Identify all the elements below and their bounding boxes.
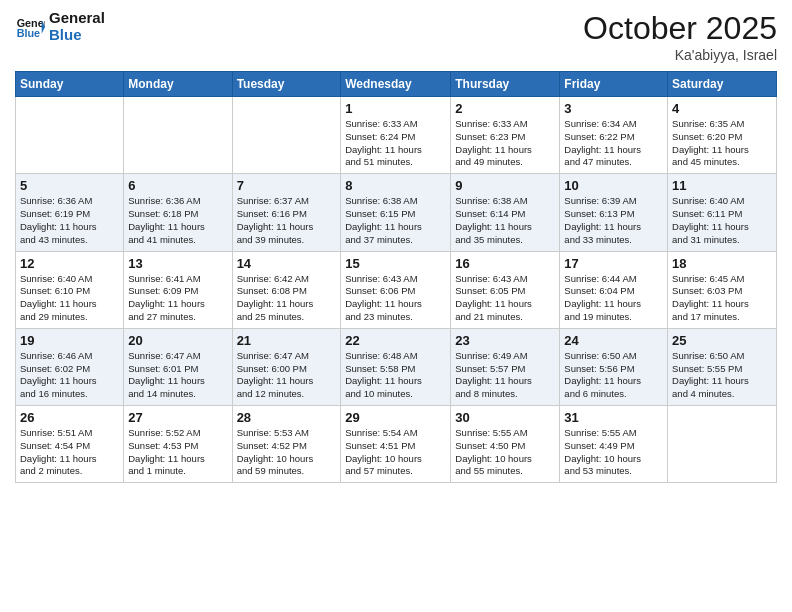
table-row: 25Sunrise: 6:50 AM Sunset: 5:55 PM Dayli… xyxy=(668,328,777,405)
day-info: Sunrise: 6:44 AM Sunset: 6:04 PM Dayligh… xyxy=(564,273,663,324)
day-number: 2 xyxy=(455,101,555,116)
day-number: 17 xyxy=(564,256,663,271)
table-row xyxy=(124,97,232,174)
day-number: 8 xyxy=(345,178,446,193)
day-number: 21 xyxy=(237,333,337,348)
day-info: Sunrise: 6:42 AM Sunset: 6:08 PM Dayligh… xyxy=(237,273,337,324)
day-number: 25 xyxy=(672,333,772,348)
day-info: Sunrise: 6:49 AM Sunset: 5:57 PM Dayligh… xyxy=(455,350,555,401)
table-row: 16Sunrise: 6:43 AM Sunset: 6:05 PM Dayli… xyxy=(451,251,560,328)
table-row: 26Sunrise: 5:51 AM Sunset: 4:54 PM Dayli… xyxy=(16,406,124,483)
calendar-week-row: 12Sunrise: 6:40 AM Sunset: 6:10 PM Dayli… xyxy=(16,251,777,328)
table-row: 18Sunrise: 6:45 AM Sunset: 6:03 PM Dayli… xyxy=(668,251,777,328)
table-row: 27Sunrise: 5:52 AM Sunset: 4:53 PM Dayli… xyxy=(124,406,232,483)
day-number: 31 xyxy=(564,410,663,425)
table-row: 13Sunrise: 6:41 AM Sunset: 6:09 PM Dayli… xyxy=(124,251,232,328)
table-row: 1Sunrise: 6:33 AM Sunset: 6:24 PM Daylig… xyxy=(341,97,451,174)
table-row: 20Sunrise: 6:47 AM Sunset: 6:01 PM Dayli… xyxy=(124,328,232,405)
month-title: October 2025 xyxy=(583,10,777,47)
calendar-week-row: 19Sunrise: 6:46 AM Sunset: 6:02 PM Dayli… xyxy=(16,328,777,405)
calendar-table: SundayMondayTuesdayWednesdayThursdayFrid… xyxy=(15,71,777,483)
day-number: 14 xyxy=(237,256,337,271)
calendar-header-row: SundayMondayTuesdayWednesdayThursdayFrid… xyxy=(16,72,777,97)
calendar-header-monday: Monday xyxy=(124,72,232,97)
day-info: Sunrise: 6:41 AM Sunset: 6:09 PM Dayligh… xyxy=(128,273,227,324)
day-info: Sunrise: 6:39 AM Sunset: 6:13 PM Dayligh… xyxy=(564,195,663,246)
day-number: 1 xyxy=(345,101,446,116)
day-info: Sunrise: 6:33 AM Sunset: 6:23 PM Dayligh… xyxy=(455,118,555,169)
day-number: 13 xyxy=(128,256,227,271)
day-info: Sunrise: 6:33 AM Sunset: 6:24 PM Dayligh… xyxy=(345,118,446,169)
day-info: Sunrise: 6:38 AM Sunset: 6:14 PM Dayligh… xyxy=(455,195,555,246)
calendar-week-row: 1Sunrise: 6:33 AM Sunset: 6:24 PM Daylig… xyxy=(16,97,777,174)
day-number: 23 xyxy=(455,333,555,348)
day-number: 28 xyxy=(237,410,337,425)
table-row: 19Sunrise: 6:46 AM Sunset: 6:02 PM Dayli… xyxy=(16,328,124,405)
table-row: 3Sunrise: 6:34 AM Sunset: 6:22 PM Daylig… xyxy=(560,97,668,174)
day-info: Sunrise: 6:50 AM Sunset: 5:55 PM Dayligh… xyxy=(672,350,772,401)
day-number: 20 xyxy=(128,333,227,348)
day-number: 5 xyxy=(20,178,119,193)
day-info: Sunrise: 5:55 AM Sunset: 4:49 PM Dayligh… xyxy=(564,427,663,478)
table-row: 31Sunrise: 5:55 AM Sunset: 4:49 PM Dayli… xyxy=(560,406,668,483)
table-row: 7Sunrise: 6:37 AM Sunset: 6:16 PM Daylig… xyxy=(232,174,341,251)
day-info: Sunrise: 5:55 AM Sunset: 4:50 PM Dayligh… xyxy=(455,427,555,478)
logo-blue: Blue xyxy=(49,27,105,44)
logo: General Blue General Blue xyxy=(15,10,105,43)
day-info: Sunrise: 6:37 AM Sunset: 6:16 PM Dayligh… xyxy=(237,195,337,246)
day-number: 29 xyxy=(345,410,446,425)
table-row xyxy=(232,97,341,174)
calendar-week-row: 26Sunrise: 5:51 AM Sunset: 4:54 PM Dayli… xyxy=(16,406,777,483)
day-info: Sunrise: 6:38 AM Sunset: 6:15 PM Dayligh… xyxy=(345,195,446,246)
table-row: 6Sunrise: 6:36 AM Sunset: 6:18 PM Daylig… xyxy=(124,174,232,251)
day-number: 3 xyxy=(564,101,663,116)
table-row: 2Sunrise: 6:33 AM Sunset: 6:23 PM Daylig… xyxy=(451,97,560,174)
day-info: Sunrise: 6:45 AM Sunset: 6:03 PM Dayligh… xyxy=(672,273,772,324)
day-info: Sunrise: 6:47 AM Sunset: 6:00 PM Dayligh… xyxy=(237,350,337,401)
day-info: Sunrise: 6:43 AM Sunset: 6:05 PM Dayligh… xyxy=(455,273,555,324)
day-info: Sunrise: 5:53 AM Sunset: 4:52 PM Dayligh… xyxy=(237,427,337,478)
table-row: 9Sunrise: 6:38 AM Sunset: 6:14 PM Daylig… xyxy=(451,174,560,251)
day-number: 19 xyxy=(20,333,119,348)
day-number: 9 xyxy=(455,178,555,193)
calendar-header-saturday: Saturday xyxy=(668,72,777,97)
table-row: 15Sunrise: 6:43 AM Sunset: 6:06 PM Dayli… xyxy=(341,251,451,328)
calendar-week-row: 5Sunrise: 6:36 AM Sunset: 6:19 PM Daylig… xyxy=(16,174,777,251)
day-info: Sunrise: 6:36 AM Sunset: 6:18 PM Dayligh… xyxy=(128,195,227,246)
day-number: 30 xyxy=(455,410,555,425)
day-info: Sunrise: 6:40 AM Sunset: 6:10 PM Dayligh… xyxy=(20,273,119,324)
table-row: 14Sunrise: 6:42 AM Sunset: 6:08 PM Dayli… xyxy=(232,251,341,328)
table-row: 17Sunrise: 6:44 AM Sunset: 6:04 PM Dayli… xyxy=(560,251,668,328)
day-info: Sunrise: 5:51 AM Sunset: 4:54 PM Dayligh… xyxy=(20,427,119,478)
day-number: 24 xyxy=(564,333,663,348)
day-number: 26 xyxy=(20,410,119,425)
table-row: 24Sunrise: 6:50 AM Sunset: 5:56 PM Dayli… xyxy=(560,328,668,405)
day-info: Sunrise: 6:34 AM Sunset: 6:22 PM Dayligh… xyxy=(564,118,663,169)
table-row: 21Sunrise: 6:47 AM Sunset: 6:00 PM Dayli… xyxy=(232,328,341,405)
table-row: 5Sunrise: 6:36 AM Sunset: 6:19 PM Daylig… xyxy=(16,174,124,251)
page-header: General Blue General Blue October 2025 K… xyxy=(15,10,777,63)
table-row: 11Sunrise: 6:40 AM Sunset: 6:11 PM Dayli… xyxy=(668,174,777,251)
day-info: Sunrise: 6:50 AM Sunset: 5:56 PM Dayligh… xyxy=(564,350,663,401)
day-number: 22 xyxy=(345,333,446,348)
table-row: 28Sunrise: 5:53 AM Sunset: 4:52 PM Dayli… xyxy=(232,406,341,483)
title-block: October 2025 Ka'abiyya, Israel xyxy=(583,10,777,63)
logo-general: General xyxy=(49,10,105,27)
day-info: Sunrise: 6:43 AM Sunset: 6:06 PM Dayligh… xyxy=(345,273,446,324)
day-number: 6 xyxy=(128,178,227,193)
table-row: 10Sunrise: 6:39 AM Sunset: 6:13 PM Dayli… xyxy=(560,174,668,251)
table-row xyxy=(668,406,777,483)
table-row xyxy=(16,97,124,174)
table-row: 8Sunrise: 6:38 AM Sunset: 6:15 PM Daylig… xyxy=(341,174,451,251)
day-info: Sunrise: 6:46 AM Sunset: 6:02 PM Dayligh… xyxy=(20,350,119,401)
table-row: 23Sunrise: 6:49 AM Sunset: 5:57 PM Dayli… xyxy=(451,328,560,405)
day-number: 10 xyxy=(564,178,663,193)
day-number: 15 xyxy=(345,256,446,271)
svg-text:Blue: Blue xyxy=(17,27,40,39)
day-info: Sunrise: 5:52 AM Sunset: 4:53 PM Dayligh… xyxy=(128,427,227,478)
day-number: 18 xyxy=(672,256,772,271)
day-info: Sunrise: 6:36 AM Sunset: 6:19 PM Dayligh… xyxy=(20,195,119,246)
table-row: 29Sunrise: 5:54 AM Sunset: 4:51 PM Dayli… xyxy=(341,406,451,483)
calendar-header-sunday: Sunday xyxy=(16,72,124,97)
logo-icon: General Blue xyxy=(15,12,45,42)
